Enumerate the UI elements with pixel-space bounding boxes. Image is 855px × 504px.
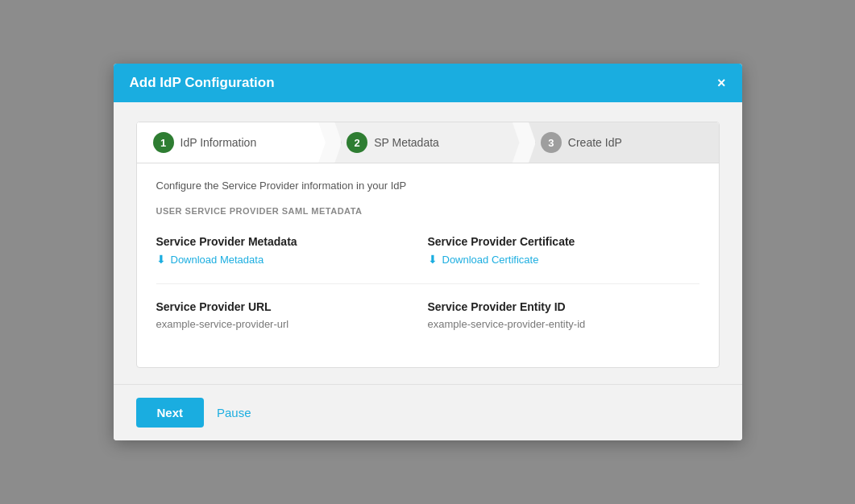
download-metadata-icon: ⬇ [156,253,166,266]
sp-certificate-cell: Service Provider Certificate ⬇ Download … [428,227,699,280]
step-1-label: IdP Information [181,136,257,149]
modal-body: 1 IdP Information 2 SP Metadata 3 Create… [114,102,742,384]
sp-entity-id-value: example-service-provider-entity-id [428,318,699,330]
download-certificate-icon: ⬇ [428,253,438,266]
step-3-label: Create IdP [568,136,622,149]
modal-backdrop: Add IdP Configuration × 1 IdP Informatio… [0,0,855,504]
next-button[interactable]: Next [136,398,205,428]
sp-url-label: Service Provider URL [156,300,428,313]
card-content: Configure the Service Provider informati… [137,163,719,367]
download-metadata-link[interactable]: ⬇ Download Metadata [156,253,428,266]
download-certificate-link[interactable]: ⬇ Download Certificate [428,253,699,266]
modal-header: Add IdP Configuration × [114,64,742,102]
sp-url-cell: Service Provider URL example-service-pro… [156,292,428,345]
step-2-number: 2 [347,132,367,153]
close-button[interactable]: × [717,76,726,90]
sp-certificate-label: Service Provider Certificate [428,235,699,248]
step-3: 3 Create IdP [525,122,719,163]
sp-entity-id-label: Service Provider Entity ID [428,300,699,313]
modal-title: Add IdP Configuration [130,75,275,91]
modal: Add IdP Configuration × 1 IdP Informatio… [114,64,742,440]
step-1: 1 IdP Information [137,122,331,163]
modal-footer: Next Pause [114,384,742,440]
sp-url-value: example-service-provider-url [156,318,428,330]
sp-entity-id-cell: Service Provider Entity ID example-servi… [428,292,699,345]
sp-metadata-cell: Service Provider Metadata ⬇ Download Met… [156,227,428,280]
step-3-number: 3 [541,132,562,153]
step-2-label: SP Metadata [374,136,439,149]
metadata-grid: Service Provider Metadata ⬇ Download Met… [156,227,699,345]
step-1-number: 1 [153,132,174,153]
section-label: USER SERVICE PROVIDER SAML METADATA [156,206,699,216]
steps-bar: 1 IdP Information 2 SP Metadata 3 Create… [137,122,719,163]
metadata-divider [156,283,699,284]
download-metadata-text: Download Metadata [171,254,264,266]
download-certificate-text: Download Certificate [442,254,539,266]
pause-button[interactable]: Pause [217,406,251,419]
step-2: 2 SP Metadata [330,122,525,163]
content-card: 1 IdP Information 2 SP Metadata 3 Create… [136,122,720,368]
section-description: Configure the Service Provider informati… [156,180,699,192]
sp-metadata-label: Service Provider Metadata [156,235,428,248]
